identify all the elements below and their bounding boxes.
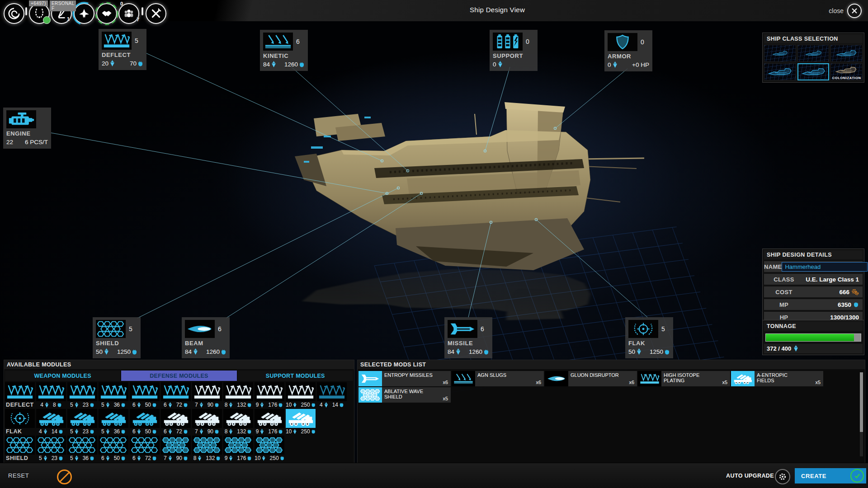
module-tile-icon <box>67 436 97 455</box>
module-tile-flak-9[interactable]: 10250 <box>286 409 316 435</box>
callout-armor: 0ARMOR0+0 HP <box>604 30 652 71</box>
module-tile-cost: 414 <box>36 428 66 435</box>
production-icon <box>793 345 799 352</box>
mods-scrollbar-thumb[interactable] <box>860 372 863 432</box>
module-tile-deflect-8[interactable]: 9176 <box>255 382 284 408</box>
stat-value: 50 <box>96 348 103 355</box>
callout-label: BEAM <box>185 340 226 347</box>
module-tile-deflect-6[interactable]: 790 <box>192 382 222 408</box>
module-tile-icon <box>192 382 222 401</box>
module-tile-shield-8[interactable]: 10250 <box>255 436 284 462</box>
module-tile-shield-2[interactable]: 536 <box>67 436 97 462</box>
stat-value: 0 <box>608 61 611 68</box>
module-tile-flak-4[interactable]: 650 <box>130 409 160 435</box>
selected-mod-high-isotope-plating[interactable]: HIGH ISOTOPE PLATINGx5 <box>638 371 730 386</box>
module-tile-cost: 523 <box>67 428 97 435</box>
module-tile-flak-2[interactable]: 523 <box>67 409 97 435</box>
clear-design-icon[interactable] <box>57 469 72 484</box>
selected-mod-a-entropic-fields[interactable]: A-ENTROPIC FIELDSx5 <box>731 371 823 386</box>
selected-mods-panel: SELECTED MODS LIST ENTROPY MISSILESx6AGN… <box>357 360 865 464</box>
callout-missile: 6MISSILE841260 <box>444 317 492 358</box>
module-tile-deflect-10[interactable]: 414 <box>317 382 347 408</box>
module-tile-deflect-5[interactable]: 672 <box>161 382 191 408</box>
module-tile-deflect-2[interactable]: 523 <box>67 382 97 408</box>
mod-quantity: x6 <box>629 380 634 385</box>
callout-shield: 5SHIELD501250 <box>93 317 141 358</box>
module-tile-deflect-7[interactable]: 8132 <box>223 382 253 408</box>
mods-scrollbar[interactable] <box>860 372 863 456</box>
armor-icon <box>608 33 637 51</box>
module-tile-deflect-3[interactable]: 536 <box>99 382 128 408</box>
callout-label: SUPPORT <box>493 52 534 59</box>
selected-mod-agn-slugs[interactable]: AGN SLUGSx6 <box>452 371 544 386</box>
check-icon <box>850 469 864 483</box>
ship-name-input[interactable] <box>782 262 868 272</box>
auto-upgrade-button[interactable]: AUTO UPGRADE <box>726 473 774 479</box>
module-tile-shield-5[interactable]: 790 <box>161 436 191 462</box>
stat-value: 50 <box>628 348 635 355</box>
callout-support: 0SUPPORT0 <box>490 30 538 71</box>
module-tile-flak-3[interactable]: 536 <box>99 409 128 435</box>
tab-support-modules[interactable]: SUPPORT MODULES <box>238 371 353 381</box>
callout-stats: 0+0 HP <box>608 61 649 68</box>
ship-class-thumb-6[interactable]: COLONIZATION <box>830 63 863 80</box>
module-tile-shield-7[interactable]: 9176 <box>223 436 253 462</box>
module-tile-deflect-4[interactable]: 650 <box>130 382 160 408</box>
module-tile-icon <box>161 409 191 428</box>
module-tile-deflect-9[interactable]: 10250 <box>286 382 316 408</box>
module-tile-flak-7[interactable]: 8132 <box>223 409 253 435</box>
tab-defense-modules[interactable]: DEFENSE MODULES <box>121 371 236 381</box>
callout-label: ENGINE <box>6 130 48 137</box>
module-tile-flak-5[interactable]: 672 <box>161 409 191 435</box>
callout-stats: 226 PCS/T <box>6 139 48 145</box>
module-tile-flak-6[interactable]: 790 <box>192 409 222 435</box>
module-tile-cost: 9176 <box>255 428 284 435</box>
module-tile-shield-3[interactable]: 650 <box>99 436 128 462</box>
ship-class-thumb-5[interactable] <box>797 63 830 80</box>
tab-weapon-modules[interactable]: WEAPON MODULES <box>5 371 120 381</box>
panel-header: TONNAGE <box>764 322 863 331</box>
tools-icon[interactable] <box>146 3 166 24</box>
ship-class-thumb-2[interactable] <box>797 45 830 62</box>
module-tile-shield-6[interactable]: 8132 <box>192 436 222 462</box>
selected-mod-gluon-disruptor[interactable]: GLUON DISRUPTORx6 <box>545 371 637 386</box>
callout-label: SHIELD <box>96 340 137 347</box>
selected-mod-ablative-wave-shield[interactable]: ABLATIVE WAVE SHIELDx5 <box>359 387 451 403</box>
diplomacy-icon[interactable] <box>96 3 117 24</box>
module-count: 5 <box>661 325 665 333</box>
module-count: 6 <box>218 325 222 333</box>
detail-label: MP <box>764 301 804 308</box>
reset-button[interactable]: RESET <box>8 472 29 479</box>
close-icon <box>847 4 862 18</box>
stat-value: 1260 <box>284 61 298 68</box>
close-button[interactable]: close <box>829 4 862 18</box>
mod-icon <box>638 371 661 386</box>
module-tile-icon <box>255 409 284 428</box>
callout-label: KINETIC <box>263 52 305 59</box>
ship-class-thumb-3[interactable] <box>830 45 863 62</box>
module-tile-cost: 9176 <box>223 455 253 462</box>
create-label: CREATE <box>795 473 850 479</box>
flak-row-icon <box>5 409 35 428</box>
selected-mod-entropy-missiles[interactable]: ENTROPY MISSILESx6 <box>359 371 451 386</box>
ship-class-thumb-4[interactable] <box>764 63 796 80</box>
detail-value: 666 <box>804 289 863 296</box>
auto-upgrade-gear-icon[interactable] <box>775 469 790 484</box>
module-tile-flak-1[interactable]: 414 <box>36 409 66 435</box>
module-tile-shield-1[interactable]: 523 <box>36 436 66 462</box>
page-title: Ship Design View <box>452 6 542 14</box>
row-label: FLAK <box>5 428 35 435</box>
detail-label: CLASS <box>764 276 804 283</box>
callout-stats: 841260 <box>185 348 226 355</box>
ship-design-details-panel: SHIP DESIGN DETAILS NAMECLASSU.E. Large … <box>762 249 864 324</box>
module-tile-flak-8[interactable]: 9176 <box>255 409 284 435</box>
galaxy-view-icon[interactable] <box>4 3 24 24</box>
ship-class-thumb-1[interactable] <box>764 45 796 62</box>
fleet-icon[interactable] <box>74 3 94 24</box>
module-tile-deflect-1[interactable]: 48 <box>36 382 66 408</box>
create-button[interactable]: CREATE <box>795 468 866 483</box>
module-tile-shield-4[interactable]: 672 <box>130 436 160 462</box>
detail-row-mp: MP6350 <box>764 299 863 310</box>
module-tile-cost: 10250 <box>255 455 284 462</box>
mod-name: GLUON DISRUPTOR <box>571 372 619 378</box>
